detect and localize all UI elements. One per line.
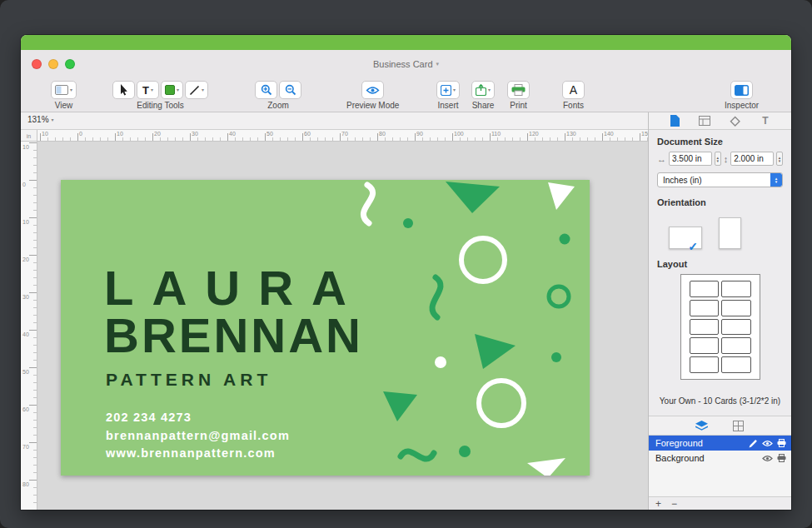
grid-icon [733, 421, 744, 431]
insert-object-icon [441, 85, 451, 96]
card-name-line1: LAURA [104, 265, 365, 311]
remove-layer-button[interactable]: − [671, 499, 677, 509]
cursor-arrow-icon [119, 84, 128, 96]
preview-mode-button[interactable] [361, 81, 384, 99]
share-button[interactable]: ▾ [471, 81, 495, 99]
line-tool-button[interactable]: ▾ [185, 81, 208, 99]
document-size-section: Document Size ↔ ▴▾ ↕ ▴▾ Inches (in) ▴▾ O… [649, 130, 791, 406]
layer-row-background[interactable]: Background [649, 451, 791, 466]
print-button[interactable] [507, 81, 530, 99]
units-value: Inches (in) [663, 176, 702, 185]
document-size-label: Document Size [657, 137, 783, 147]
white-ring [479, 381, 524, 426]
tab-master-page[interactable] [697, 114, 712, 127]
view-button[interactable]: ▾ [51, 81, 77, 99]
chevron-down-icon: ▾ [488, 87, 491, 92]
zoom-in-button[interactable] [255, 81, 277, 99]
width-field[interactable] [669, 152, 712, 166]
printable-printer-icon[interactable] [777, 439, 786, 447]
close-window-button[interactable] [32, 59, 42, 69]
white-squiggle [363, 185, 372, 223]
print-label: Print [507, 101, 530, 110]
tab-document[interactable] [667, 114, 682, 127]
insert-button[interactable]: ▾ [436, 81, 460, 99]
master-page-icon [699, 116, 710, 126]
height-dimension-icon: ↕ [724, 154, 729, 164]
orientation-options: ✓ [657, 212, 783, 249]
layers-panel-tabs [649, 416, 791, 436]
zoom-label: Zoom [255, 101, 301, 110]
fonts-button[interactable]: A [562, 81, 585, 99]
height-field[interactable] [730, 152, 774, 166]
ruler-minor-ticks [33, 142, 37, 510]
white-ring [461, 238, 505, 281]
fonts-a-icon: A [570, 84, 577, 96]
tab-grid[interactable] [731, 419, 746, 432]
height-stepper[interactable]: ▴▾ [776, 152, 783, 166]
width-dimension-icon: ↔ [657, 154, 666, 164]
title-chevron-icon[interactable]: ▾ [436, 61, 440, 67]
card-website: www.brennanpattern.com [106, 445, 290, 463]
tab-shapes[interactable] [728, 114, 743, 127]
window-title-text: Business Card [373, 59, 433, 69]
share-icon [476, 84, 486, 96]
inspector-button[interactable] [730, 81, 753, 99]
view-panes-icon [55, 85, 68, 95]
green-ring [549, 286, 569, 306]
green-dot [403, 218, 413, 228]
business-card[interactable]: LAURA BRENNAN PATTERN ART 202 234 4273 b… [61, 180, 590, 476]
add-layer-button[interactable]: + [655, 499, 661, 509]
layout-preview[interactable] [680, 274, 760, 380]
fonts-label: Fonts [562, 101, 585, 110]
layers-list: Foreground Background [649, 436, 791, 496]
visibility-eye-icon[interactable] [762, 440, 773, 447]
text-tool-icon: T [142, 85, 149, 96]
green-squiggle [401, 451, 434, 459]
zoom-out-button[interactable] [279, 81, 301, 99]
green-triangle [475, 334, 516, 369]
minimize-window-button[interactable] [48, 59, 58, 69]
fill-color-tool-button[interactable]: ▾ [161, 81, 183, 99]
chevron-down-icon: ▾ [453, 87, 456, 92]
inspector-label: Inspector [725, 101, 759, 110]
editing-tools-group: T ▾ ▾ ▾ Editing Tools [112, 81, 208, 110]
zoom-level-select[interactable]: 131% ▾ [27, 115, 54, 124]
layout-preview-grid [690, 281, 751, 373]
chevron-down-icon: ▾ [70, 87, 72, 92]
orientation-landscape-option[interactable]: ✓ [669, 227, 702, 249]
text-tool-button[interactable]: T ▾ [137, 81, 159, 99]
card-name-text[interactable]: LAURA BRENNAN [104, 265, 365, 360]
card-email: brennanpattern@gmail.com [106, 427, 290, 446]
window-accent-bar [21, 35, 791, 50]
share-group: ▾ Share [471, 81, 495, 110]
tab-text[interactable]: T [758, 114, 773, 127]
units-select[interactable]: Inches (in) ▴▾ [657, 172, 783, 187]
printable-printer-icon[interactable] [777, 454, 786, 462]
orientation-portrait-option[interactable] [719, 217, 741, 249]
card-tagline-text[interactable]: PATTERN ART [106, 370, 271, 390]
card-contact-text[interactable]: 202 234 4273 brennanpattern@gmail.com ww… [106, 409, 290, 463]
eye-icon [366, 86, 380, 95]
fonts-group: A Fonts [562, 81, 585, 110]
tab-layers[interactable] [695, 419, 710, 432]
layout-label: Layout [657, 259, 783, 269]
vertical-ruler: 1001020304050607080 [21, 142, 37, 510]
insert-group: ▾ Insert [436, 81, 460, 110]
white-dot [435, 356, 446, 368]
document-icon [670, 115, 680, 127]
view-controls-bar: 131% ▾ [21, 112, 648, 130]
layer-name: Foreground [655, 438, 749, 448]
visibility-eye-icon[interactable] [762, 455, 773, 462]
green-dot [459, 446, 471, 457]
zoom-window-button[interactable] [65, 59, 75, 69]
green-triangle [383, 391, 417, 421]
width-stepper[interactable]: ▴▾ [715, 152, 721, 166]
edit-pencil-icon[interactable] [749, 439, 758, 448]
canvas[interactable]: 1001020304050607080 [21, 142, 648, 510]
green-triangle [446, 182, 500, 213]
preview-mode-label: Preview Mode [346, 101, 399, 110]
zoom-group: Zoom [255, 81, 301, 110]
chevron-down-icon: ▾ [202, 87, 204, 92]
select-tool-button[interactable] [112, 81, 135, 99]
layer-row-foreground[interactable]: Foreground [649, 436, 791, 451]
